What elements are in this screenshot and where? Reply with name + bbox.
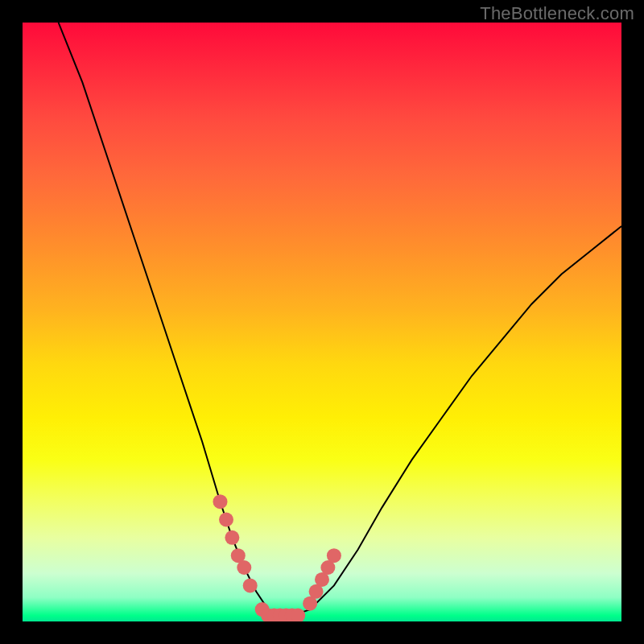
chart-frame: TheBottleneck.com: [0, 0, 644, 644]
chart-svg: [23, 23, 621, 621]
highlight-marker: [327, 548, 341, 563]
highlight-markers: [213, 494, 341, 621]
highlight-marker: [213, 494, 228, 509]
chart-plot-area: [23, 23, 621, 621]
highlight-marker: [237, 560, 251, 575]
curve-path: [59, 23, 621, 616]
highlight-marker: [243, 578, 258, 592]
bottleneck-curve: [59, 23, 621, 616]
highlight-marker: [219, 513, 233, 527]
highlight-marker: [225, 530, 239, 545]
watermark-text: TheBottleneck.com: [480, 3, 634, 24]
